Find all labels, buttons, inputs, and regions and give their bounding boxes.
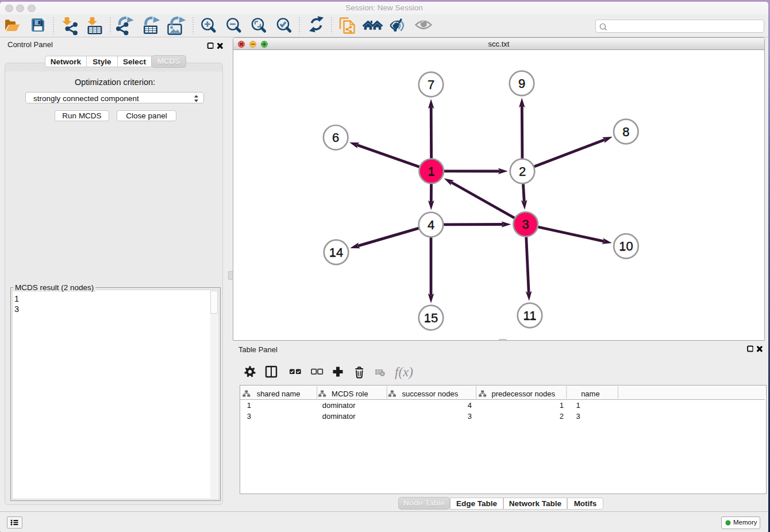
svg-text:7: 7	[428, 78, 434, 92]
svg-text:f(x): f(x)	[395, 365, 413, 379]
svg-text:predecessor nodes: predecessor nodes	[491, 390, 555, 398]
svg-text:1: 1	[576, 401, 580, 410]
svg-text:3: 3	[468, 412, 472, 421]
svg-text:dominator: dominator	[322, 401, 356, 410]
svg-text:3: 3	[522, 217, 529, 232]
svg-text:2: 2	[560, 412, 564, 421]
svg-text:1: 1	[428, 164, 435, 179]
svg-text:9: 9	[518, 76, 525, 91]
svg-text:shared name: shared name	[257, 390, 301, 398]
svg-text:1: 1	[560, 401, 564, 410]
svg-text:name: name	[581, 390, 600, 398]
svg-text:MCDS role: MCDS role	[332, 390, 368, 398]
svg-text:dominator: dominator	[322, 412, 356, 421]
svg-text:3: 3	[247, 412, 251, 421]
svg-text:3: 3	[576, 412, 580, 421]
svg-text:8: 8	[622, 125, 629, 139]
svg-text:14: 14	[329, 245, 343, 260]
svg-text:2: 2	[519, 164, 526, 179]
svg-text:11: 11	[523, 309, 537, 323]
svg-text:4: 4	[468, 401, 472, 410]
svg-text:successor nodes: successor nodes	[402, 390, 459, 398]
svg-text:10: 10	[619, 239, 633, 253]
svg-text:15: 15	[424, 311, 438, 325]
svg-text:6: 6	[332, 130, 339, 145]
svg-text:4: 4	[428, 218, 434, 232]
svg-text:1: 1	[247, 401, 251, 410]
